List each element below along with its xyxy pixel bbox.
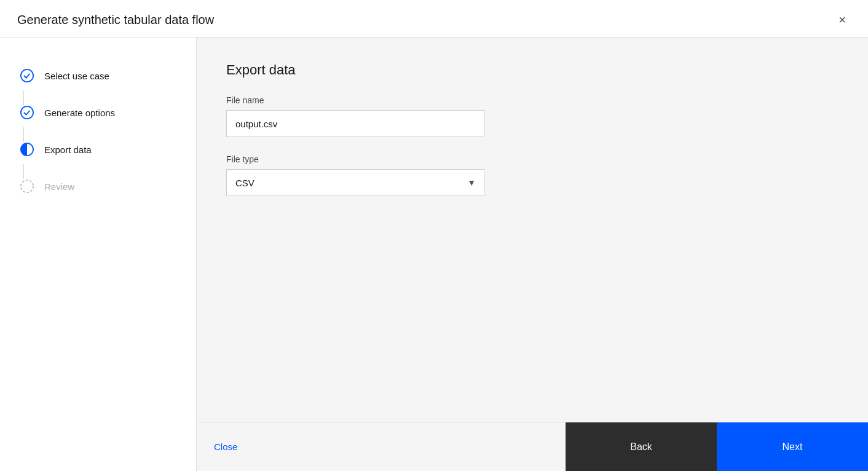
file-type-label: File type bbox=[226, 154, 838, 164]
step-completed-icon-2 bbox=[20, 105, 34, 120]
sidebar-item-generate-options[interactable]: Generate options bbox=[0, 94, 196, 131]
modal-body: Select use case Generate options bbox=[0, 38, 868, 471]
sidebar-item-review: Review bbox=[0, 168, 196, 205]
file-type-group: File type CSV JSON Parquet ▼ bbox=[226, 154, 838, 196]
file-type-select-wrapper: CSV JSON Parquet ▼ bbox=[226, 169, 484, 196]
modal: Generate synthetic tabular data flow × S… bbox=[0, 0, 868, 471]
sidebar-item-select-use-case[interactable]: Select use case bbox=[0, 57, 196, 94]
svg-point-0 bbox=[21, 69, 33, 82]
svg-point-3 bbox=[21, 180, 33, 192]
next-button[interactable]: Next bbox=[717, 422, 868, 471]
step-active-icon-3 bbox=[20, 142, 34, 157]
sidebar-label-select-use-case: Select use case bbox=[44, 71, 109, 81]
modal-title: Generate synthetic tabular data flow bbox=[17, 13, 214, 27]
section-title: Export data bbox=[226, 62, 838, 78]
file-name-label: File name bbox=[226, 95, 838, 105]
file-name-group: File name bbox=[226, 95, 838, 137]
svg-point-1 bbox=[21, 106, 33, 119]
main-content: Export data File name File type CSV JSON… bbox=[197, 38, 868, 471]
modal-header: Generate synthetic tabular data flow × bbox=[0, 0, 868, 38]
close-icon-button[interactable]: × bbox=[834, 11, 851, 28]
file-type-select[interactable]: CSV JSON Parquet bbox=[226, 169, 484, 196]
close-button[interactable]: Close bbox=[214, 441, 237, 452]
back-label: Back bbox=[630, 441, 652, 453]
next-label: Next bbox=[783, 441, 803, 453]
back-button[interactable]: Back bbox=[566, 422, 717, 471]
step-completed-icon-1 bbox=[20, 68, 34, 83]
sidebar: Select use case Generate options bbox=[0, 38, 197, 471]
sidebar-label-generate-options: Generate options bbox=[44, 108, 115, 118]
file-name-input[interactable] bbox=[226, 110, 484, 137]
footer-close-area: Close bbox=[197, 422, 566, 471]
sidebar-item-export-data[interactable]: Export data bbox=[0, 131, 196, 168]
step-disabled-icon-4 bbox=[20, 179, 34, 194]
sidebar-label-export-data: Export data bbox=[44, 144, 92, 155]
content-area: Export data File name File type CSV JSON… bbox=[197, 38, 868, 422]
footer: Close Back Next bbox=[197, 422, 868, 471]
sidebar-label-review: Review bbox=[44, 181, 74, 192]
